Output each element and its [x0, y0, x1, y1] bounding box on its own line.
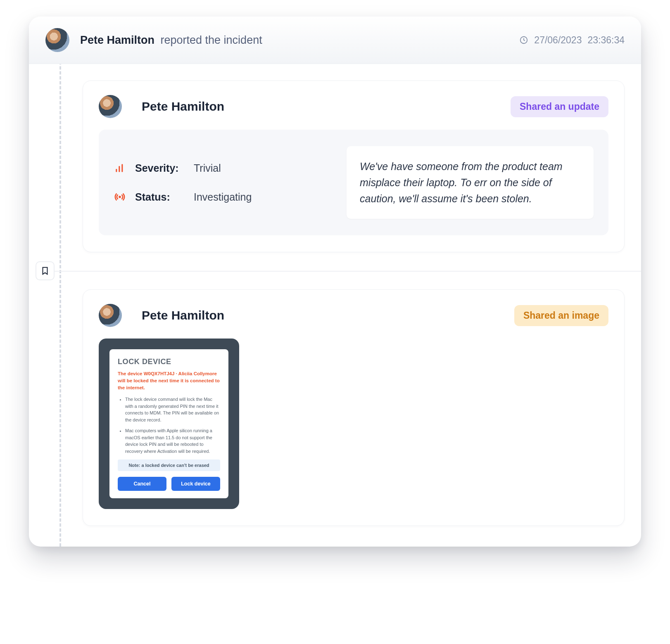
status-icon — [114, 191, 126, 203]
avatar — [99, 95, 122, 118]
reporter-action: reported the incident — [161, 34, 262, 46]
svg-point-1 — [119, 196, 121, 198]
event-badge-update: Shared an update — [511, 96, 608, 117]
event-divider — [83, 265, 625, 277]
event-badge-image: Shared an image — [514, 305, 608, 326]
dialog-bullets: The lock device command will lock the Ma… — [118, 396, 220, 455]
dialog-note: Note: a locked device can't be erased — [118, 459, 220, 471]
dialog-bullet: Mac computers with Apple silicon running… — [125, 427, 220, 455]
incident-header: Pete Hamilton reported the incident 27/0… — [29, 17, 641, 64]
update-quote: We've have someone from the product team… — [347, 146, 594, 219]
lock-device-dialog: LOCK DEVICE The device W0QX7HTJ4J · Alic… — [109, 349, 228, 498]
dialog-warning: The device W0QX7HTJ4J · Aliciia Collymor… — [118, 370, 220, 391]
event-head: Pete Hamilton Shared an update — [99, 95, 608, 118]
timeline-events: Pete Hamilton Shared an update Severity:… — [29, 64, 641, 547]
status-label: Status: — [135, 191, 185, 203]
dialog-bullet: The lock device command will lock the Ma… — [125, 396, 220, 423]
incident-timeline-card: Pete Hamilton reported the incident 27/0… — [29, 17, 641, 547]
event-author: Pete Hamilton — [142, 308, 224, 322]
cancel-button[interactable]: Cancel — [118, 477, 166, 491]
severity-value: Trivial — [194, 162, 221, 174]
header-date: 27/06/2023 — [534, 35, 582, 46]
dialog-button-row: Cancel Lock device — [118, 477, 220, 491]
avatar — [45, 28, 69, 52]
avatar — [99, 304, 122, 327]
event-card-image: Pete Hamilton Shared an image LOCK DEVIC… — [83, 289, 625, 526]
event-card-update: Pete Hamilton Shared an update Severity:… — [83, 80, 625, 252]
header-timestamp: 27/06/2023 23:36:34 — [519, 35, 625, 46]
reporter-name: Pete Hamilton — [80, 34, 154, 46]
event-head: Pete Hamilton Shared an image — [99, 304, 608, 327]
severity-icon — [114, 162, 126, 174]
status-row: Status: Investigating — [114, 191, 334, 203]
meta-column: Severity: Trivial Status: Investiga — [114, 146, 334, 219]
update-details-panel: Severity: Trivial Status: Investiga — [99, 130, 608, 235]
divider-line — [45, 271, 641, 272]
event-author: Pete Hamilton — [142, 99, 224, 114]
severity-row: Severity: Trivial — [114, 162, 334, 174]
bookmark-marker[interactable] — [36, 261, 55, 280]
header-text: Pete Hamilton reported the incident — [80, 34, 262, 47]
lock-device-button[interactable]: Lock device — [171, 477, 220, 491]
dialog-title: LOCK DEVICE — [118, 358, 220, 366]
clock-icon — [519, 36, 528, 45]
attached-screenshot[interactable]: LOCK DEVICE The device W0QX7HTJ4J · Alic… — [99, 339, 239, 509]
bookmark-icon — [40, 266, 50, 275]
severity-label: Severity: — [135, 162, 185, 174]
status-value: Investigating — [194, 191, 252, 203]
header-time: 23:36:34 — [587, 35, 625, 46]
